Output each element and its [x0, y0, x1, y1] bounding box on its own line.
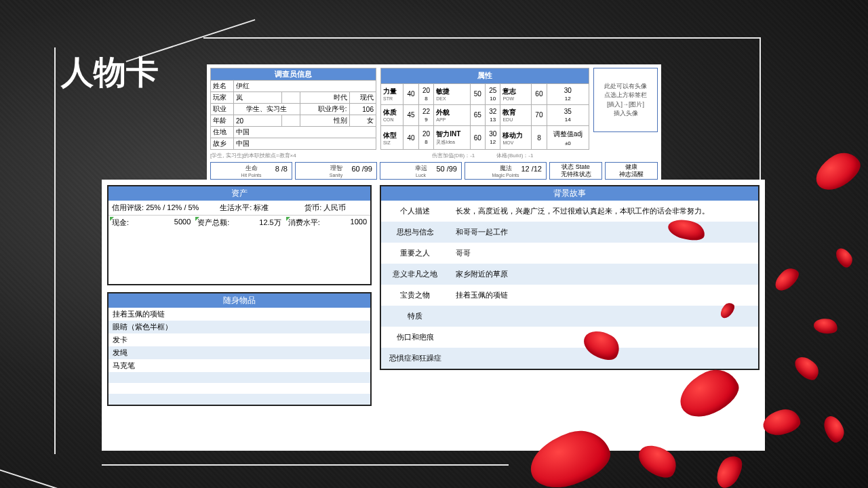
frame-line — [54, 47, 56, 454]
assets-panel: 资产 信用评级: 25% / 12% / 5% 生活水平: 标准 货币: 人民币… — [107, 185, 372, 285]
list-item — [108, 372, 370, 383]
stat-hp: 生命Hit Points8 /8 — [210, 162, 292, 180]
investigator-header: 调查员信息 — [211, 68, 376, 81]
story-value: 挂着玉佩的项链 — [449, 285, 758, 306]
assets-header: 资产 — [108, 186, 370, 201]
story-label: 思想与信念 — [381, 222, 449, 243]
story-value: 家乡附近的草原 — [449, 264, 758, 285]
list-item: 马克笔 — [108, 359, 370, 372]
story-value: 长发，高度近视，兴趣广泛，不过很难认真起来，本职工作的话会非常努力。 — [449, 201, 758, 222]
sheet-top: 调查员信息 姓名伊红 玩家岚时代现代 职业学生、实习生职业序号:106 年龄20… — [207, 64, 661, 183]
frame-line — [203, 37, 760, 39]
list-item: 发卡 — [108, 333, 370, 346]
avatar-placeholder[interactable]: 此处可以有头像 点选上方标签栏 [插入]→[图片] 插入头像 — [593, 68, 658, 132]
story-panel: 背景故事 个人描述长发，高度近视，兴趣广泛，不过很难认真起来，本职工作的话会非常… — [380, 185, 760, 370]
avatar-hint: 此处可以有头像 点选上方标签栏 [插入]→[图片] 插入头像 — [604, 82, 647, 119]
story-header: 背景故事 — [381, 186, 758, 201]
stat-mp: 魔法Magic Points12 /12 — [465, 162, 547, 180]
story-label: 个人描述 — [381, 201, 449, 222]
story-label: 意义非凡之地 — [381, 264, 449, 285]
story-label: 伤口和疤痕 — [381, 327, 449, 348]
story-label: 恐惧症和狂躁症 — [381, 348, 449, 369]
story-label: 重要之人 — [381, 243, 449, 264]
story-value — [449, 306, 758, 327]
list-item — [108, 394, 370, 405]
story-value: 哥哥 — [449, 243, 758, 264]
stat-health: 健康神志清醒 — [605, 162, 658, 180]
stat-luck: 幸运Luck50 /99 — [380, 162, 462, 180]
investigator-table: 调查员信息 姓名伊红 玩家岚时代现代 职业学生、实习生职业序号:106 年龄20… — [210, 68, 376, 150]
damage-note: 伤害加值(DB)：-1 体格(Build)：-1 — [432, 152, 534, 159]
story-label: 宝贵之物 — [381, 285, 449, 306]
page-title: 人物卡 — [61, 51, 159, 94]
items-panel: 随身物品 挂着玉佩的项链眼睛（紫色半框）发卡发绳马克笔 — [107, 292, 372, 406]
attributes-table: 属性 力量STR40208敏捷DEX502510意志POW603012体质CON… — [380, 68, 589, 150]
list-item: 眼睛（紫色半框） — [108, 321, 370, 333]
sheet-bottom: 资产 信用评级: 25% / 12% / 5% 生活水平: 标准 货币: 人民币… — [102, 180, 765, 451]
stat-state: 状态 State无特殊状态 — [549, 162, 602, 180]
list-item: 挂着玉佩的项链 — [108, 308, 370, 321]
items-header: 随身物品 — [108, 293, 370, 308]
attrs-header: 属性 — [381, 68, 589, 84]
stat-sanity: 理智Sanity60 /99 — [295, 162, 377, 180]
story-label: 特质 — [381, 306, 449, 327]
skill-note: [学生, 实习生]的本职技能点=教育×4 — [210, 152, 296, 159]
frame-line — [102, 464, 509, 466]
list-item: 发绳 — [108, 346, 370, 359]
list-item — [108, 383, 370, 394]
story-value: 和哥哥一起工作 — [449, 222, 758, 243]
stat-bar: 生命Hit Points8 /8 理智Sanity60 /99 幸运Luck50… — [210, 162, 658, 180]
